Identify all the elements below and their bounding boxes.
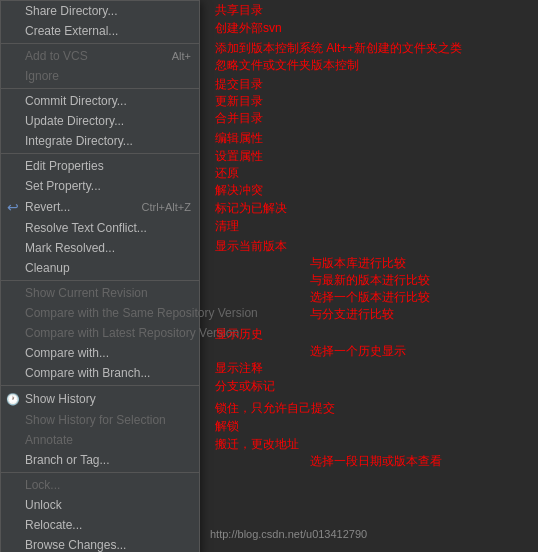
menu-item-show-current-revision: Show Current Revision: [1, 283, 199, 303]
menu-separator: [1, 280, 199, 281]
menu-item-shortcut: Alt+: [172, 50, 191, 62]
menu-item-label: Integrate Directory...: [25, 134, 133, 148]
menu-item-label: Ignore: [25, 69, 59, 83]
menu-item-label: Cleanup: [25, 261, 70, 275]
menu-item-label: Commit Directory...: [25, 94, 127, 108]
menu-item-create-external[interactable]: Create External...: [1, 21, 199, 41]
menu-item-label: Show Current Revision: [25, 286, 148, 300]
menu-item-label: Edit Properties: [25, 159, 104, 173]
menu-item-annotate: Annotate: [1, 430, 199, 450]
menu-item-compare-latest-repo: Compare with Latest Repository Version: [1, 323, 199, 343]
context-menu-container: Share Directory...Create External...Add …: [0, 0, 538, 552]
menu-item-label: Compare with...: [25, 346, 109, 360]
menu-item-label: Add to VCS: [25, 49, 88, 63]
menu-item-label: Compare with Branch...: [25, 366, 150, 380]
menu-item-commit-directory[interactable]: Commit Directory...: [1, 91, 199, 111]
menu-item-update-directory[interactable]: Update Directory...: [1, 111, 199, 131]
menu-item-relocate[interactable]: Relocate...: [1, 515, 199, 535]
menu-item-label: Mark Resolved...: [25, 241, 115, 255]
menu-item-label: Unlock: [25, 498, 62, 512]
menu-separator: [1, 153, 199, 154]
menu-item-label: Revert...: [25, 200, 70, 214]
menu-item-show-history[interactable]: 🕐Show History: [1, 388, 199, 410]
menu-item-label: Lock...: [25, 478, 60, 492]
menu-item-label: Share Directory...: [25, 4, 117, 18]
menu-separator: [1, 472, 199, 473]
menu-item-resolve-text[interactable]: Resolve Text Conflict...: [1, 218, 199, 238]
menu-item-ignore: Ignore: [1, 66, 199, 86]
menu-separator: [1, 88, 199, 89]
menu-item-share-directory[interactable]: Share Directory...: [1, 1, 199, 21]
revert-icon: ↩: [5, 199, 21, 215]
menu-item-integrate-directory[interactable]: Integrate Directory...: [1, 131, 199, 151]
menu-separator: [1, 385, 199, 386]
menu-item-label: Relocate...: [25, 518, 82, 532]
menu-item-label: Resolve Text Conflict...: [25, 221, 147, 235]
menu-item-label: Compare with Latest Repository Version: [25, 326, 239, 340]
menu-separator: [1, 43, 199, 44]
menu-item-label: Annotate: [25, 433, 73, 447]
menu-item-shortcut: Ctrl+Alt+Z: [141, 201, 191, 213]
menu-item-label: Create External...: [25, 24, 118, 38]
menu-item-label: Compare with the Same Repository Version: [25, 306, 258, 320]
menu-item-label: Show History for Selection: [25, 413, 166, 427]
menu-item-cleanup[interactable]: Cleanup: [1, 258, 199, 278]
menu-item-revert[interactable]: ↩Revert...Ctrl+Alt+Z: [1, 196, 199, 218]
context-menu: Share Directory...Create External...Add …: [0, 0, 200, 552]
menu-item-browse-changes[interactable]: Browse Changes...: [1, 535, 199, 552]
menu-item-label: Show History: [25, 392, 96, 406]
menu-item-label: Browse Changes...: [25, 538, 126, 552]
menu-item-compare-same-repo: Compare with the Same Repository Version: [1, 303, 199, 323]
menu-item-edit-properties[interactable]: Edit Properties: [1, 156, 199, 176]
menu-item-compare-with[interactable]: Compare with...: [1, 343, 199, 363]
menu-item-unlock[interactable]: Unlock: [1, 495, 199, 515]
menu-item-set-property[interactable]: Set Property...: [1, 176, 199, 196]
menu-item-mark-resolved[interactable]: Mark Resolved...: [1, 238, 199, 258]
menu-item-show-history-selection: Show History for Selection: [1, 410, 199, 430]
menu-item-label: Update Directory...: [25, 114, 124, 128]
menu-item-add-to-vcs: Add to VCSAlt+: [1, 46, 199, 66]
menu-item-label: Set Property...: [25, 179, 101, 193]
menu-item-branch-or-tag[interactable]: Branch or Tag...: [1, 450, 199, 470]
menu-item-compare-branch[interactable]: Compare with Branch...: [1, 363, 199, 383]
menu-item-label: Branch or Tag...: [25, 453, 110, 467]
history-icon: 🕐: [5, 391, 21, 407]
menu-item-lock: Lock...: [1, 475, 199, 495]
